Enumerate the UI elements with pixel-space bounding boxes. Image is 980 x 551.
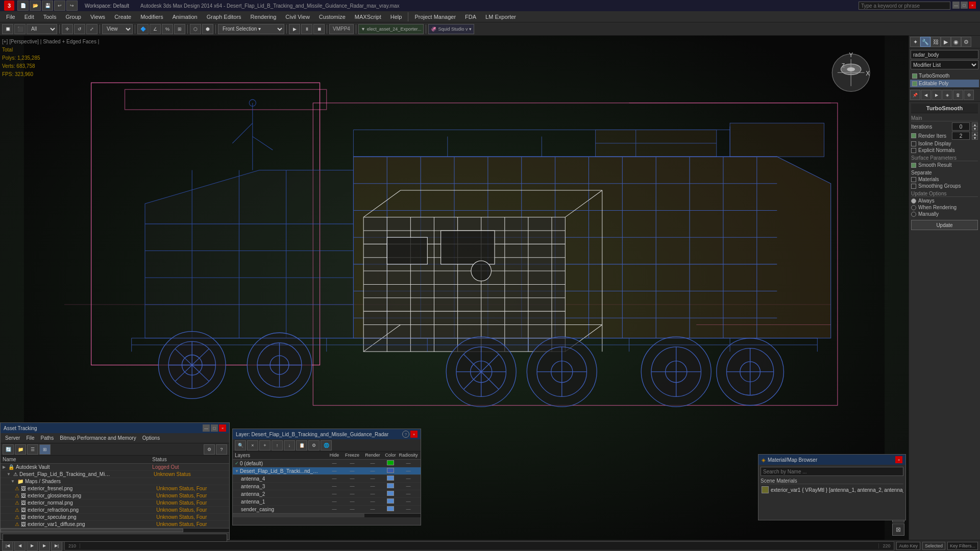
lw-add-btn[interactable]: + <box>259 440 271 450</box>
mod-delete-btn[interactable]: 🗑 <box>953 90 963 100</box>
menu-customize[interactable]: Customize <box>315 13 350 21</box>
ts-iterations-down[interactable]: ▼ <box>972 127 978 131</box>
at-row-fresnel[interactable]: ⚠ 🖼 exterior_fresnel.png Unknown Status,… <box>1 485 229 492</box>
lw-row-antenna3[interactable]: antenna_3 — — — — <box>233 483 421 490</box>
new-btn[interactable]: 📄 <box>17 1 29 11</box>
lw-filter-btn[interactable]: 🔍 <box>235 440 246 450</box>
at-row-diffuse[interactable]: ⚠ 🖼 exterior_var1_diffuse.png Unknown St… <box>1 521 229 528</box>
at-grid-btn[interactable]: ⊞ <box>39 444 51 455</box>
sender-color[interactable] <box>387 506 394 511</box>
ts-update-button[interactable]: Update <box>911 220 978 230</box>
turbsmooth-checkbox[interactable] <box>912 73 917 79</box>
mb-close-btn[interactable]: × <box>895 456 902 463</box>
spinner-snap-btn[interactable]: ⊞ <box>174 24 185 34</box>
app-logo[interactable]: 3 <box>4 1 14 11</box>
zoom-all-btn[interactable]: ⊠ <box>892 523 904 536</box>
default-color-swatch[interactable] <box>387 460 394 465</box>
editable-poly-checkbox[interactable] <box>912 81 917 86</box>
mod-prev-btn[interactable]: ◀ <box>921 90 931 100</box>
antenna3-color[interactable] <box>387 483 394 488</box>
at-menu-server[interactable]: Server <box>3 435 22 441</box>
antenna2-color[interactable] <box>387 491 394 496</box>
at-menu-options[interactable]: Options <box>140 435 162 441</box>
lw-scrollbar[interactable] <box>233 513 421 517</box>
at-row-main-file[interactable]: ▼ ⚠ Desert_Flap_Lid_B_Tracking_and_Missi… <box>1 471 229 478</box>
menu-animation[interactable]: Animation <box>168 13 202 21</box>
lw-delete-btn[interactable]: × <box>247 440 258 450</box>
at-close-btn[interactable]: × <box>219 424 226 432</box>
array-btn[interactable]: ⬢ <box>202 24 213 34</box>
lw-close-btn[interactable]: × <box>410 431 418 438</box>
lw-row-antenna4[interactable]: antenna_4 — — — — <box>233 475 421 483</box>
search-input[interactable] <box>859 2 950 10</box>
at-row-maps[interactable]: ▼ 📁 Maps / Shaders <box>1 478 229 485</box>
mod-make-unique-btn[interactable]: ◈ <box>942 90 952 100</box>
lw-copy-btn[interactable]: 📋 <box>296 440 307 450</box>
at-menu-bitmap[interactable]: Bitmap Performance and Memory <box>57 435 139 441</box>
at-row-normal[interactable]: ⚠ 🖼 exterior_normal.png Unknown Status, … <box>1 499 229 507</box>
percent-snap-btn[interactable]: % <box>162 24 173 34</box>
transform-dropdown[interactable]: Front Selection ▾ <box>218 24 284 34</box>
ts-smooth-result-check[interactable] <box>911 163 916 168</box>
hierarchy-icon-btn[interactable]: ⛓ <box>930 37 941 47</box>
lw-world-btn[interactable]: 🌐 <box>321 440 332 450</box>
antenna1-color[interactable] <box>387 498 394 504</box>
auto-key-btn[interactable]: Auto Key <box>896 542 920 550</box>
scale-btn[interactable]: ⤢ <box>86 24 97 34</box>
ts-renderiters-up[interactable]: ▲ <box>972 132 978 136</box>
minimize-btn[interactable]: — <box>952 2 960 9</box>
object-name-input[interactable] <box>911 50 978 59</box>
at-list-btn[interactable]: ☰ <box>27 444 38 455</box>
lw-row-sender[interactable]: sender_casing — — — — <box>233 506 421 513</box>
ts-when-rendering-radio[interactable] <box>911 205 916 210</box>
move-btn[interactable]: ✛ <box>62 24 73 34</box>
at-minimize-btn[interactable]: — <box>203 424 210 432</box>
at-search-input[interactable] <box>3 534 227 542</box>
at-scrollbar-thumb[interactable] <box>1 529 183 532</box>
mb-search-input[interactable] <box>761 467 903 476</box>
lw-help-btn[interactable]: ? <box>402 431 409 438</box>
create-icon-btn[interactable]: ✦ <box>910 37 920 47</box>
antenna4-color[interactable] <box>387 475 394 481</box>
mirror-btn[interactable]: ⬡ <box>190 24 201 34</box>
ts-always-radio[interactable] <box>911 198 916 204</box>
at-menu-paths[interactable]: Paths <box>38 435 57 441</box>
menu-project-manager[interactable]: Project Manager <box>410 13 460 21</box>
close-btn[interactable]: × <box>969 2 976 9</box>
desert-color-swatch[interactable] <box>387 468 394 473</box>
ts-isoline-check[interactable] <box>911 141 916 146</box>
at-maximize-btn[interactable]: □ <box>211 424 218 432</box>
maps-expand[interactable]: ▼ <box>11 479 15 484</box>
menu-tools[interactable]: Tools <box>39 13 61 21</box>
rotate-btn[interactable]: ↺ <box>74 24 85 34</box>
frame-btn[interactable]: ⏹ <box>313 24 325 34</box>
timeline-track[interactable]: 210 220 <box>64 541 894 550</box>
ts-iterations-input[interactable] <box>952 122 970 131</box>
stop-btn[interactable]: ⏸ <box>301 24 312 34</box>
desert-expand-icon[interactable]: ▼ <box>235 469 239 473</box>
maximize-btn[interactable]: □ <box>961 2 968 9</box>
menu-civil-view[interactable]: Civil View <box>281 13 313 21</box>
ts-iterations-up[interactable]: ▲ <box>972 122 978 127</box>
select-dropdown[interactable]: All <box>27 24 57 34</box>
menu-file[interactable]: File <box>2 13 19 21</box>
lw-row-default[interactable]: ✓ 0 (default) — — — — <box>233 460 421 467</box>
editable-poly-modifier[interactable]: Editable Poly <box>910 80 979 87</box>
ts-renderiters-down[interactable]: ▼ <box>972 136 978 140</box>
play-btn[interactable]: ▶ <box>289 24 300 34</box>
undo-btn[interactable]: ↩ <box>54 1 65 11</box>
at-menu-file[interactable]: File <box>23 435 37 441</box>
ts-materials-check[interactable] <box>911 177 916 182</box>
menu-graph-editors[interactable]: Graph Editors <box>203 13 246 21</box>
menu-rendering[interactable]: Rendering <box>247 13 281 21</box>
at-row-glossiness[interactable]: ⚠ 🖼 exterior_glossiness.png Unknown Stat… <box>1 492 229 499</box>
ts-renderiters-check[interactable] <box>911 133 916 138</box>
mod-next-btn[interactable]: ▶ <box>932 90 942 100</box>
menu-edit[interactable]: Edit <box>20 13 38 21</box>
redo-btn[interactable]: ↪ <box>66 1 78 11</box>
motion-icon-btn[interactable]: ▶ <box>941 37 951 47</box>
at-row-specular[interactable]: ⚠ 🖼 exterior_specular.png Unknown Status… <box>1 514 229 521</box>
mb-material-row-0[interactable]: exterior_var1 { VRayMtl } [antenna_1, an… <box>761 485 903 494</box>
turbsmooth-modifier[interactable]: TurboSmooth <box>910 72 979 80</box>
modify-icon-btn[interactable]: 🔧 <box>920 37 930 47</box>
